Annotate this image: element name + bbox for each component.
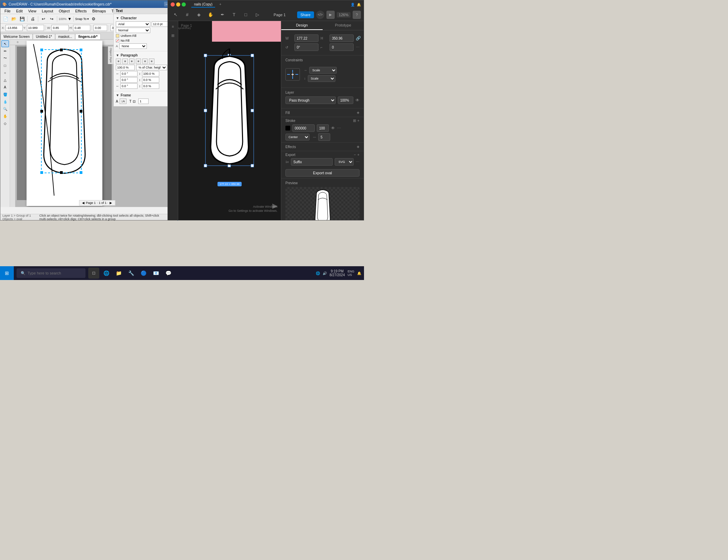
figma-share-btn[interactable]: Share	[297, 11, 314, 18]
h-constraint-select[interactable]: Scale Fixed Left Right	[309, 67, 337, 74]
taskbar-edge[interactable]: 🌐	[101, 268, 112, 279]
fig-text-tool[interactable]: T	[229, 10, 239, 20]
align-force[interactable]: ≡	[142, 59, 148, 64]
curve-tool[interactable]: 〜	[1, 55, 9, 62]
settings-btn[interactable]: ⚙	[90, 15, 97, 22]
prototype-tab[interactable]: Prototype	[323, 21, 364, 30]
stroke-distribute[interactable]: ⊞	[353, 118, 356, 123]
rotation-input[interactable]	[294, 43, 318, 51]
align-left[interactable]: ≡	[116, 59, 121, 64]
fig-pen-tool[interactable]: ✒	[218, 10, 227, 20]
fig-h-input[interactable]	[330, 34, 354, 42]
text-tool[interactable]: A	[1, 84, 9, 91]
lock-icon[interactable]: 🔗	[356, 36, 361, 41]
menu-file[interactable]: File	[2, 8, 13, 14]
figma-dev-mode[interactable]: </>	[316, 11, 324, 19]
offset5-input[interactable]	[120, 83, 138, 89]
font-select[interactable]: Arial	[116, 21, 150, 27]
fig-shape-tool[interactable]: □	[241, 10, 251, 20]
stroke-color-swatch[interactable]	[285, 126, 290, 131]
pan-tool[interactable]: ✋	[1, 113, 9, 120]
design-tab[interactable]: Design	[281, 21, 323, 30]
effects-add-btn[interactable]: +	[357, 144, 360, 149]
visibility-icon[interactable]: 👁	[355, 98, 360, 103]
taskbar-network[interactable]: 🌐	[316, 271, 320, 275]
figma-maximize[interactable]	[182, 2, 186, 7]
undo-btn[interactable]: ↩	[40, 15, 47, 22]
blend-mode-select[interactable]: Pass through Normal Multiply Screen Over…	[285, 96, 336, 104]
taskbar-time[interactable]: 9:19 PM 8/27/2024	[330, 269, 345, 277]
tab-maskot[interactable]: maskot...	[55, 34, 75, 39]
export-remove-btn[interactable]: −	[354, 153, 356, 157]
h-input[interactable]	[73, 25, 90, 31]
menu-bitmaps[interactable]: Bitmaps	[90, 8, 109, 14]
export-btn[interactable]: Export oval	[285, 169, 360, 177]
menu-object[interactable]: Object	[56, 8, 72, 14]
taskbar-explorer[interactable]: 📁	[113, 268, 124, 279]
start-button[interactable]: ⊞	[0, 266, 14, 280]
none-select[interactable]: None	[119, 43, 147, 49]
opacity-input[interactable]	[338, 96, 353, 104]
fig-w-input[interactable]	[294, 34, 318, 42]
y-input[interactable]	[27, 25, 44, 31]
export-more[interactable]: ⋯	[356, 160, 360, 164]
polygon-tool[interactable]: △	[1, 76, 9, 83]
stroke-visibility[interactable]: 👁	[331, 126, 335, 131]
align-right[interactable]: ≡	[129, 59, 134, 64]
zoom-dropdown[interactable]: ▼	[67, 15, 72, 22]
rotation-input[interactable]	[93, 25, 107, 31]
taskbar-control[interactable]: 🔧	[125, 268, 136, 279]
lineheight-unit[interactable]: % of Char. height	[136, 65, 167, 70]
fill-add-btn[interactable]: +	[357, 110, 360, 115]
fig-layers-btn[interactable]: ≡	[169, 22, 177, 31]
figma-minimize[interactable]	[176, 2, 180, 7]
zoom-tool[interactable]: 🔍	[1, 105, 9, 112]
next-page[interactable]: ▶	[110, 201, 112, 205]
menu-view[interactable]: View	[26, 8, 39, 14]
tab-fingers[interactable]: fingers.cdr*	[75, 34, 101, 39]
stroke-align-select[interactable]: Center Inside Outside	[285, 134, 310, 141]
fig-hand-tool[interactable]: ✋	[206, 10, 215, 20]
style-select[interactable]: Normal Bold Italic Uniform	[116, 28, 150, 33]
print-btn[interactable]: 🖨	[29, 15, 37, 22]
save-btn[interactable]: 💾	[18, 15, 26, 22]
taskbar-app6[interactable]: 💬	[163, 268, 174, 279]
object-style-tab[interactable]: Object Style	[108, 46, 113, 64]
fig-cursor-tool[interactable]: ↖	[171, 10, 180, 20]
figma-zoom-control[interactable]: 126%	[337, 12, 351, 18]
stroke-color-input[interactable]	[292, 124, 315, 132]
stroke-opacity-input[interactable]	[317, 124, 329, 132]
taskbar-chrome[interactable]: 🔵	[138, 268, 149, 279]
taskbar-taskview[interactable]: ⊡	[88, 268, 99, 279]
align-center[interactable]: ≡	[122, 59, 128, 64]
fill-tool[interactable]: 🪣	[1, 91, 9, 98]
char-collapse[interactable]: ▼	[116, 16, 119, 20]
stroke-more[interactable]: ⋯	[337, 126, 341, 131]
menu-effects[interactable]: Effects	[72, 8, 89, 14]
menu-edit[interactable]: Edit	[13, 8, 26, 14]
corner-input[interactable]	[330, 43, 354, 51]
figma-help-btn[interactable]: ?	[353, 11, 361, 19]
rect-tool[interactable]: □	[1, 62, 9, 69]
redo-btn[interactable]: ↪	[48, 15, 55, 22]
figma-present-btn[interactable]: ▶	[326, 11, 335, 19]
taskbar-volume[interactable]: 🔊	[323, 271, 327, 275]
font-size-input[interactable]	[152, 21, 169, 27]
open-btn[interactable]: 📂	[10, 15, 18, 22]
tab-welcome[interactable]: Welcome Screen	[0, 34, 33, 39]
new-btn[interactable]: 📄	[2, 15, 9, 22]
align-justify[interactable]: ≡	[136, 59, 141, 64]
figma-canvas[interactable]: ng artist syndrome) rd.co/ Page 1	[178, 21, 281, 220]
align-none[interactable]: ≡	[149, 59, 154, 64]
fig-assets-btn[interactable]: ⊞	[169, 31, 177, 40]
offset2-input[interactable]	[142, 71, 159, 76]
node-tool[interactable]: ◇	[1, 120, 9, 127]
prev-page[interactable]: ◀	[82, 201, 84, 205]
figma-tab-new[interactable]: +	[216, 2, 224, 8]
offset1-input[interactable]	[120, 71, 138, 76]
menu-layout[interactable]: Layout	[39, 8, 56, 14]
expand-icon[interactable]: ▶	[272, 201, 277, 210]
frame-cols-input[interactable]	[138, 98, 149, 104]
export-suffix-input[interactable]	[291, 158, 333, 166]
ellipse-tool[interactable]: ○	[1, 69, 9, 76]
